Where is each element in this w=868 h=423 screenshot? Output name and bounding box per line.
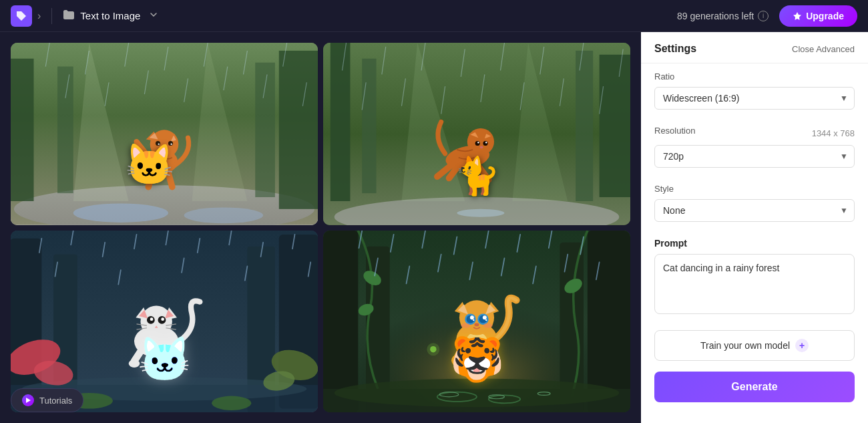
svg-point-96 [150,317,154,321]
svg-rect-41 [362,59,376,193]
image-svg-bottom-left [11,231,318,413]
svg-line-21 [148,172,152,186]
svg-point-16 [156,141,160,146]
settings-header: Settings Close Advanced [641,32,868,63]
train-model-section: Train your own model + [641,325,868,369]
svg-line-158 [465,356,469,367]
resolution-select-wrapper: 720p 1080p 4K ▼ [654,145,855,168]
image-card-bottom-right[interactable] [323,231,630,413]
style-section: Style None Photographic Anime Comic Digi… [641,176,868,230]
top-navigation: › Text to Image 89 generations left i Up… [0,0,868,32]
train-model-label: Train your own model [700,340,790,351]
svg-point-150 [485,319,487,320]
svg-point-147 [470,315,474,319]
svg-point-148 [483,315,487,319]
svg-point-152 [461,323,470,327]
tutorials-icon [22,394,34,406]
svg-line-20 [137,142,146,154]
style-select[interactable]: None Photographic Anime Comic Digital Ar… [654,199,855,222]
svg-point-52 [483,141,487,146]
svg-line-156 [489,343,494,359]
svg-point-17 [168,141,173,146]
svg-line-22 [168,172,172,186]
svg-rect-4 [57,67,73,194]
svg-point-155 [451,355,463,366]
svg-point-97 [161,317,164,321]
prompt-textarea[interactable]: Cat dancing in a rainy forest [654,254,855,314]
svg-point-9 [184,207,263,223]
train-plus-icon: + [795,339,809,352]
nav-chevron-icon[interactable]: › [37,10,41,22]
ratio-label: Ratio [654,72,855,82]
images-grid [0,32,641,423]
svg-point-89 [140,305,172,337]
svg-point-157 [489,356,499,365]
ratio-select-wrapper: Widescreen (16:9) Square (1:1) Portrait … [654,87,855,110]
svg-line-154 [457,343,465,359]
svg-line-105 [168,345,180,359]
svg-point-135 [427,343,439,356]
svg-rect-2 [11,59,34,201]
tutorials-button[interactable]: Tutorials [11,388,83,412]
svg-point-149 [473,319,474,320]
svg-line-56 [477,164,489,180]
prompt-section: Prompt Cat dancing in a rainy forest [641,230,868,325]
logo-icon[interactable] [11,5,32,27]
svg-point-18 [158,143,160,144]
svg-marker-179 [26,398,31,403]
svg-point-51 [475,141,480,146]
svg-point-104 [129,360,140,368]
image-card-bottom-left[interactable] [11,231,318,413]
resolution-display: 1344 x 768 [812,128,855,138]
main-content: Settings Close Advanced Ratio Widescreen… [0,32,868,423]
image-card-top-left[interactable] [11,43,318,225]
svg-point-131 [335,378,620,407]
project-dropdown-button[interactable] [146,7,162,25]
ratio-section: Ratio Widescreen (16:9) Square (1:1) Por… [641,63,868,118]
resolution-select[interactable]: 720p 1080p 4K [654,145,855,168]
folder-icon [63,9,75,23]
svg-rect-42 [576,51,593,201]
nav-divider [51,8,52,24]
settings-title: Settings [654,43,696,55]
svg-point-8 [73,204,168,223]
svg-rect-5 [255,63,275,197]
svg-point-151 [474,323,479,326]
svg-rect-40 [600,55,630,197]
svg-point-10 [143,149,178,174]
ratio-select[interactable]: Widescreen (16:9) Square (1:1) Portrait … [654,87,855,110]
image-card-top-right[interactable] [323,43,630,225]
style-select-wrapper: None Photographic Anime Comic Digital Ar… [654,199,855,222]
train-model-button[interactable]: Train your own model + [654,330,855,361]
nav-right-area: 89 generations left i Upgrade [677,5,857,27]
image-svg-top-left [11,43,318,225]
upgrade-button[interactable]: Upgrade [779,5,857,27]
svg-point-53 [477,142,479,143]
settings-panel: Settings Close Advanced Ratio Widescreen… [641,32,868,423]
svg-line-159 [483,356,484,367]
prompt-label: Prompt [654,238,855,249]
svg-point-137 [465,331,487,354]
image-svg-top-right [323,43,630,225]
svg-point-74 [457,209,504,217]
style-label: Style [654,184,855,194]
svg-rect-123 [323,231,358,413]
svg-point-46 [467,128,494,155]
svg-point-54 [485,142,487,143]
svg-point-55 [480,146,483,149]
svg-point-87 [212,396,251,410]
image-svg-bottom-right [323,231,630,413]
resolution-row: Resolution 1344 x 768 [654,126,855,141]
svg-rect-39 [331,43,351,201]
svg-rect-3 [279,51,318,209]
info-icon[interactable]: i [758,11,769,21]
generate-button[interactable]: Generate [654,372,855,402]
resolution-section: Resolution 1344 x 768 720p 1080p 4K ▼ [641,118,868,176]
close-advanced-button[interactable]: Close Advanced [792,44,855,54]
svg-point-19 [170,143,172,144]
generations-counter: 89 generations left i [677,11,769,21]
svg-point-106 [174,358,186,366]
resolution-label: Resolution [654,126,695,136]
tutorials-label: Tutorials [39,396,72,406]
svg-point-153 [483,323,492,327]
